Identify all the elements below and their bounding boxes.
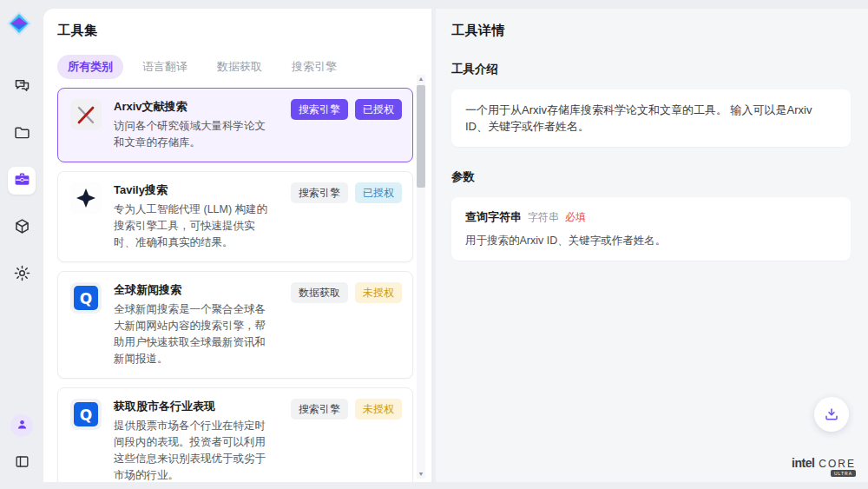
tool-detail-panel: 工具详情 工具介绍 一个用于从Arxiv存储库搜索科学论文和文章的工具。 输入可… (436, 9, 868, 482)
tool-description: 提供股票市场各个行业在特定时间段内的表现。投资者可以利用这些信息来识别表现优于或… (114, 418, 275, 482)
chat-icon (13, 76, 31, 98)
auth-badge: 未授权 (355, 282, 402, 303)
scroll-up-arrow[interactable]: ▲ (418, 75, 424, 83)
category-badge: 数据获取 (291, 282, 348, 303)
gear-icon (13, 264, 31, 286)
tool-list: Arxiv文献搜索访问各个研究领域大量科学论文和文章的存储库。搜索引擎已授权Ta… (57, 88, 413, 482)
sidebar-item-settings[interactable] (8, 261, 36, 288)
intel-wordmark: intel (792, 456, 814, 470)
tool-card[interactable]: Q全球新闻搜索全球新闻搜索是一个聚合全球各大新闻网站内容的搜索引擎，帮助用户快速… (57, 271, 413, 379)
scroll-down-arrow[interactable]: ▼ (418, 470, 424, 479)
download-icon (824, 406, 839, 422)
auth-badge: 未授权 (355, 399, 402, 420)
download-button[interactable] (814, 397, 849, 432)
tool-description: 访问各个研究领域大量科学论文和文章的存储库。 (114, 118, 275, 151)
tool-title: 全球新闻搜索 (114, 282, 275, 298)
svg-text:Q: Q (80, 406, 92, 424)
sidebar-bottom (8, 414, 36, 477)
sidebar (0, 0, 43, 489)
tab-0[interactable]: 所有类别 (57, 55, 123, 79)
app-window: 工具集 所有类别语言翻译数据获取搜索引擎 Arxiv文献搜索访问各个研究领域大量… (0, 0, 868, 489)
toolset-title: 工具集 (57, 23, 431, 39)
toolbox-icon (13, 170, 31, 192)
toolset-panel: 工具集 所有类别语言翻译数据获取搜索引擎 Arxiv文献搜索访问各个研究领域大量… (43, 9, 431, 482)
user-icon (16, 418, 29, 434)
param-type: 字符串 (528, 210, 559, 225)
category-badge: 搜索引擎 (291, 399, 348, 420)
scroll-thumb[interactable] (417, 85, 425, 188)
tool-title: Arxiv文献搜索 (114, 99, 275, 115)
category-tabs: 所有类别语言翻译数据获取搜索引擎 (57, 55, 431, 79)
tool-card[interactable]: Arxiv文献搜索访问各个研究领域大量科学论文和文章的存储库。搜索引擎已授权 (57, 88, 413, 162)
list-scrollbar[interactable]: ▲ ▼ (417, 75, 425, 479)
sidebar-item-chat[interactable] (8, 73, 36, 101)
arxiv-icon (70, 99, 102, 130)
intro-box: 一个用于从Arxiv存储库搜索科学论文和文章的工具。 输入可以是Arxiv ID… (451, 89, 851, 147)
intro-heading: 工具介绍 (451, 62, 851, 77)
detail-title: 工具详情 (451, 23, 851, 39)
tool-title: 获取股市各行业表现 (114, 399, 275, 414)
sidebar-nav (8, 73, 36, 288)
sidebar-item-folder[interactable] (8, 120, 36, 148)
ultra-badge: ULTRA (831, 470, 856, 477)
auth-badge: 已授权 (355, 99, 402, 120)
tool-card[interactable]: Tavily搜索专为人工智能代理 (LLM) 构建的搜索引擎工具，可快速提供实时… (57, 171, 413, 262)
panel-toggle-icon (14, 453, 30, 473)
param-description: 用于搜索的Arxiv ID、关键字或作者姓名。 (465, 233, 837, 248)
param-name: 查询字符串 (465, 209, 522, 225)
blueq-icon: Q (70, 282, 102, 314)
tab-2[interactable]: 数据获取 (207, 55, 273, 79)
param-required-badge: 必填 (565, 210, 586, 225)
tab-1[interactable]: 语言翻译 (132, 55, 198, 79)
intel-core-logo: intel CORE ULTRA (792, 456, 856, 470)
tavily-icon (70, 182, 102, 214)
tab-3[interactable]: 搜索引擎 (281, 55, 347, 79)
app-logo-icon (6, 10, 32, 36)
param-box: 查询字符串 字符串 必填 用于搜索的Arxiv ID、关键字或作者姓名。 (451, 197, 851, 261)
tool-card[interactable]: Q获取股市各行业表现提供股票市场各个行业在特定时间段内的表现。投资者可以利用这些… (57, 387, 413, 482)
sidebar-item-user[interactable] (10, 414, 33, 437)
sidebar-item-toolbox[interactable] (8, 167, 36, 195)
sidebar-item-cube[interactable] (8, 214, 36, 241)
core-wordmark: CORE (819, 458, 856, 470)
intro-text: 一个用于从Arxiv存储库搜索科学论文和文章的工具。 输入可以是Arxiv ID… (465, 102, 837, 135)
tool-title: Tavily搜索 (114, 182, 275, 198)
params-heading: 参数 (451, 169, 851, 185)
category-badge: 搜索引擎 (291, 182, 348, 203)
category-badge: 搜索引擎 (291, 99, 348, 120)
blueq-icon: Q (70, 399, 102, 430)
tool-description: 全球新闻搜索是一个聚合全球各大新闻网站内容的搜索引擎，帮助用户快速获取全球最新资… (114, 301, 275, 367)
tool-description: 专为人工智能代理 (LLM) 构建的搜索引擎工具，可快速提供实时、准确和真实的结… (114, 202, 275, 251)
cube-icon (13, 217, 31, 239)
main-area: 工具集 所有类别语言翻译数据获取搜索引擎 Arxiv文献搜索访问各个研究领域大量… (43, 0, 868, 489)
auth-badge: 已授权 (355, 182, 402, 203)
param-line: 查询字符串 字符串 必填 (465, 209, 837, 225)
folder-icon (13, 123, 31, 145)
sidebar-item-panel-toggle[interactable] (8, 449, 36, 477)
svg-text:Q: Q (80, 290, 92, 307)
